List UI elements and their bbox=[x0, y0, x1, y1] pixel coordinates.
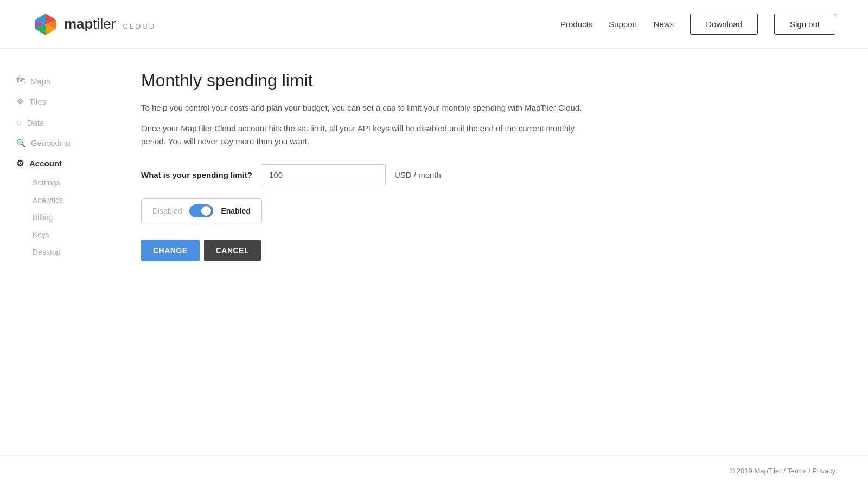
logo-icon bbox=[33, 11, 59, 37]
footer-copyright: © 2019 MapTiler bbox=[730, 467, 782, 475]
sidebar-item-settings[interactable]: Settings bbox=[33, 174, 92, 191]
account-icon: ⚙ bbox=[16, 158, 24, 169]
sidebar-item-geocoding[interactable]: 🔍 Geocoding bbox=[16, 133, 92, 153]
nav-products[interactable]: Products bbox=[560, 20, 592, 29]
sign-out-button[interactable]: Sign out bbox=[774, 14, 835, 35]
sidebar-item-data[interactable]: ○ Data bbox=[16, 112, 92, 133]
sidebar-label-account: Account bbox=[29, 159, 62, 168]
page-title: Monthly spending limit bbox=[141, 70, 835, 91]
spending-limit-input[interactable] bbox=[261, 164, 386, 185]
cancel-button[interactable]: CANCEL bbox=[204, 240, 261, 261]
action-buttons: CHANGE CANCEL bbox=[141, 240, 835, 261]
sidebar-item-billing[interactable]: Billing bbox=[33, 209, 92, 226]
nav-news[interactable]: News bbox=[654, 20, 674, 29]
tiles-icon: ❖ bbox=[16, 97, 24, 107]
page-body: 🗺 Maps ❖ Tiles ○ Data 🔍 Geocoding ⚙ Acco… bbox=[0, 49, 868, 455]
toggle-row[interactable]: Disabled Enabled bbox=[141, 198, 262, 223]
sidebar-label-maps: Maps bbox=[30, 76, 50, 86]
sidebar: 🗺 Maps ❖ Tiles ○ Data 🔍 Geocoding ⚙ Acco… bbox=[0, 49, 108, 455]
sidebar-item-desktop[interactable]: Desktop bbox=[33, 243, 92, 261]
toggle-label-disabled: Disabled bbox=[152, 207, 182, 215]
description-1: To help you control your costs and plan … bbox=[141, 101, 586, 114]
toggle-label-enabled: Enabled bbox=[221, 207, 250, 215]
logo-text: maptiler CLOUD bbox=[64, 16, 156, 33]
sidebar-label-geocoding: Geocoding bbox=[31, 138, 71, 147]
sidebar-label-tiles: Tiles bbox=[29, 97, 46, 106]
sidebar-label-data: Data bbox=[27, 118, 44, 127]
data-icon: ○ bbox=[16, 118, 22, 127]
footer-privacy[interactable]: Privacy bbox=[812, 467, 835, 475]
logo[interactable]: maptiler CLOUD bbox=[33, 11, 156, 37]
geocoding-icon: 🔍 bbox=[16, 139, 25, 147]
sidebar-item-keys[interactable]: Keys bbox=[33, 226, 92, 243]
nav-support[interactable]: Support bbox=[609, 20, 637, 29]
toggle-switch[interactable] bbox=[189, 204, 213, 217]
footer-terms[interactable]: Terms bbox=[787, 467, 806, 475]
sidebar-item-maps[interactable]: 🗺 Maps bbox=[16, 70, 92, 91]
description-2: Once your MapTiler Cloud account hits th… bbox=[141, 122, 586, 148]
main-content: Monthly spending limit To help you contr… bbox=[108, 49, 868, 455]
nav: Products Support News Download Sign out bbox=[560, 14, 835, 35]
spending-limit-label: What is your spending limit? bbox=[141, 170, 252, 179]
maps-icon: 🗺 bbox=[16, 76, 25, 86]
sidebar-item-analytics[interactable]: Analytics bbox=[33, 191, 92, 209]
spending-unit: USD / month bbox=[394, 170, 441, 179]
spending-limit-row: What is your spending limit? USD / month bbox=[141, 164, 835, 185]
header: maptiler CLOUD Products Support News Dow… bbox=[0, 0, 868, 49]
change-button[interactable]: CHANGE bbox=[141, 240, 200, 261]
sidebar-sub: Settings Analytics Billing Keys Desktop bbox=[16, 174, 92, 261]
toggle-thumb bbox=[201, 206, 211, 216]
sidebar-item-tiles[interactable]: ❖ Tiles bbox=[16, 91, 92, 112]
download-button[interactable]: Download bbox=[690, 14, 758, 35]
footer: © 2019 MapTiler / Terms / Privacy bbox=[0, 455, 868, 486]
form-section: What is your spending limit? USD / month… bbox=[141, 164, 835, 261]
sidebar-item-account[interactable]: ⚙ Account bbox=[16, 153, 92, 174]
toggle-track bbox=[189, 204, 213, 217]
